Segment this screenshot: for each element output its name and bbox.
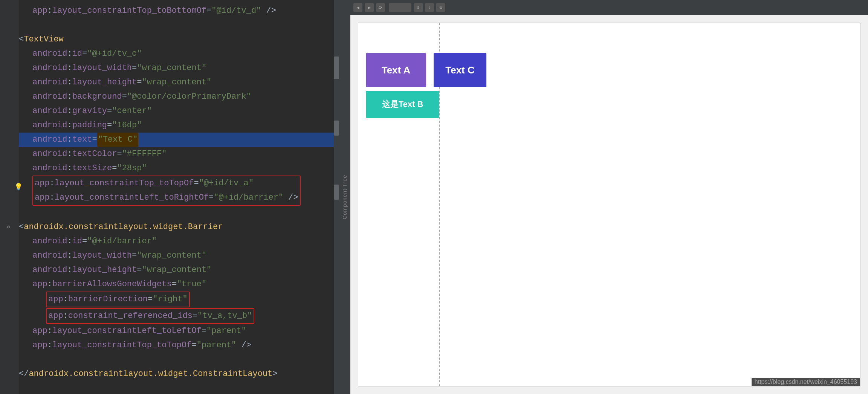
code-line: android:textSize="28sp" [19, 161, 339, 176]
toolbar-download-icon[interactable]: ↓ [425, 3, 434, 12]
preview-panel: ◀ ▶ ⟳ ⊘ ↓ ⚙ Text A 这是Text B Text C https… [350, 0, 868, 394]
scrollbar-thumb-3[interactable] [334, 185, 339, 200]
component-tree-panel: Component Tree [339, 0, 350, 394]
toolbar-refresh-icon[interactable]: ⟳ [376, 3, 385, 12]
code-line: android:layout_width="wrap_content" [19, 61, 339, 75]
toolbar-back-icon[interactable]: ◀ [353, 3, 362, 12]
red-box-referenced-ids: app:constraint_referenced_ids="tv_a,tv_b… [46, 308, 254, 324]
scrollbar-thumb-2[interactable] [334, 121, 339, 136]
text-b-widget: 这是Text B [366, 91, 439, 118]
code-line: app:layout_constraintTop_toBottomOf="@id… [19, 4, 339, 18]
toolbar-forward-icon[interactable]: ▶ [365, 3, 374, 12]
code-line-close: </androidx.constraintlayout.widget.Const… [19, 367, 339, 381]
code-attr: app [32, 4, 47, 18]
toolbar-settings-icon[interactable]: ⚙ [436, 3, 445, 12]
text-c-widget: Text C [434, 53, 486, 87]
code-line: android:id="@+id/barrier" [19, 234, 339, 249]
warning-icon: ⊘ [7, 220, 10, 234]
code-line: android:layout_height="wrap_content" [19, 263, 339, 277]
code-line: android:layout_width="wrap_content" [19, 249, 339, 263]
code-line-selected: android:text="Text C" [19, 133, 339, 147]
component-tree-label: Component Tree [342, 175, 348, 219]
url-bar: https://blog.csdn.net/weixin_46055193 [752, 378, 860, 386]
code-line: app:constraint_referenced_ids="tv_a,tv_b… [48, 309, 252, 323]
code-line-textview: <TextView [19, 32, 339, 47]
code-line: app:layout_constraintLeft_toLeftOf="pare… [19, 324, 339, 338]
red-box-constraint: 💡 app:layout_constraintTop_toTopOf="@+id… [32, 176, 301, 206]
preview-content: Text A 这是Text B Text C https://blog.csdn… [358, 23, 860, 386]
toolbar-stop-icon[interactable]: ⊘ [414, 3, 423, 12]
code-line: app:layout_constraintLeft_toRightOf="@+i… [35, 191, 298, 205]
code-line: android:padding="16dp" [19, 118, 339, 133]
code-line: app:barrierAllowsGoneWidgets="true" [19, 277, 339, 292]
code-line: app:barrierDirection="right" [48, 292, 188, 307]
code-line-barrier: ⊘ <androidx.constraintlayout.widget.Barr… [19, 220, 339, 234]
preview-toolbar: ◀ ▶ ⟳ ⊘ ↓ ⚙ [350, 0, 868, 15]
lightbulb-icon: 💡 [14, 180, 23, 194]
code-line-blank [19, 18, 339, 32]
scrollbar[interactable] [334, 0, 339, 394]
code-line: android:gravity="center" [19, 104, 339, 118]
code-line: app:layout_constraintTop_toTopOf="@+id/t… [35, 176, 298, 191]
code-panel: app:layout_constraintTop_toBottomOf="@id… [0, 0, 339, 394]
text-a-widget: Text A [366, 53, 426, 87]
code-line: android:id="@+id/tv_c" [19, 47, 339, 61]
code-line: android:background="@color/colorPrimaryD… [19, 90, 339, 104]
code-line: android:layout_height="wrap_content" [19, 75, 339, 90]
code-line-blank [19, 353, 339, 367]
code-content: app:layout_constraintTop_toBottomOf="@id… [0, 0, 339, 385]
scrollbar-thumb[interactable] [334, 57, 339, 79]
code-line-blank [19, 206, 339, 220]
code-line: android:textColor="#FFFFFF" [19, 147, 339, 161]
code-line: app:layout_constraintTop_toTopOf="parent… [19, 338, 339, 353]
red-box-barrier-direction: app:barrierDirection="right" [46, 292, 190, 307]
toolbar-zoom[interactable] [389, 3, 411, 12]
